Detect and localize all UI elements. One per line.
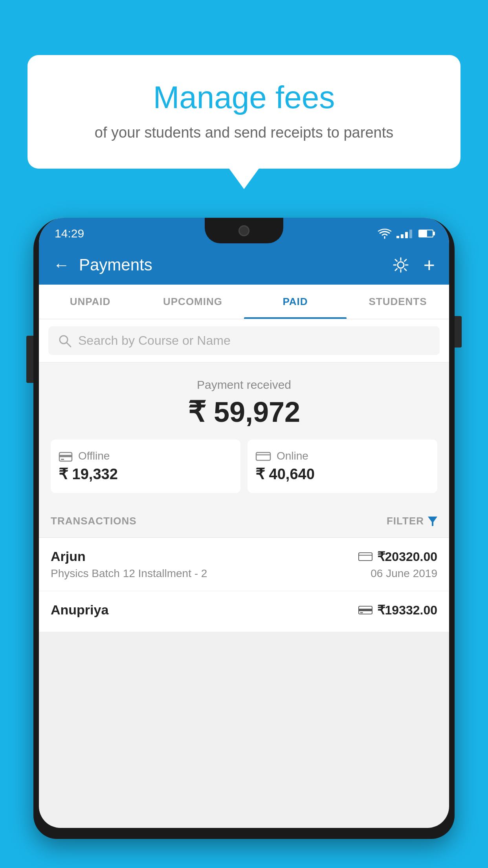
offline-payment-card: Offline ₹ 19,332 <box>51 440 240 493</box>
tabs-container: UNPAID UPCOMING PAID STUDENTS <box>39 285 449 319</box>
student-name: Arjun <box>51 549 86 564</box>
signal-icon <box>396 229 412 238</box>
svg-point-0 <box>398 262 404 268</box>
online-payment-card: Online ₹ 40,640 <box>248 440 437 493</box>
filter-button[interactable]: FILTER <box>387 515 437 527</box>
filter-icon <box>428 517 437 526</box>
payment-cards: Offline ₹ 19,332 Online ₹ <box>51 440 437 493</box>
transactions-label: TRANSACTIONS <box>51 515 137 527</box>
add-button[interactable]: + <box>424 255 435 275</box>
online-payment-icon <box>358 551 372 562</box>
online-label: Online <box>277 450 308 462</box>
transaction-top: Anupriya ₹19332.00 <box>51 602 437 618</box>
svg-marker-8 <box>428 517 437 526</box>
transaction-bottom: Physics Batch 12 Installment - 2 06 June… <box>51 567 437 580</box>
student-name: Anupriya <box>51 602 108 618</box>
transactions-header: TRANSACTIONS FILTER <box>39 505 449 538</box>
payment-received-label: Payment received <box>51 378 437 392</box>
search-icon <box>58 334 72 348</box>
tab-students[interactable]: STUDENTS <box>347 285 449 319</box>
status-icons <box>378 228 433 239</box>
tab-paid[interactable]: PAID <box>244 285 347 319</box>
app-header: ← Payments + <box>39 245 449 285</box>
camera-dot <box>238 225 250 236</box>
search-container: Search by Course or Name <box>39 319 449 362</box>
gear-icon[interactable] <box>392 256 409 274</box>
amount-value: ₹19332.00 <box>377 603 437 618</box>
transaction-date: 06 June 2019 <box>371 567 437 580</box>
table-row[interactable]: Arjun ₹20320.00 Physics Batch 12 Install… <box>39 538 449 591</box>
header-icons: + <box>392 255 435 275</box>
phone-notch <box>205 218 283 243</box>
svg-rect-6 <box>256 452 270 460</box>
svg-rect-9 <box>358 553 372 561</box>
filter-label: FILTER <box>387 515 424 527</box>
phone-device: 14:29 <box>33 212 455 868</box>
bubble-title: Manage fees <box>59 79 429 116</box>
svg-rect-12 <box>358 609 372 611</box>
table-row[interactable]: Anupriya ₹19332.00 <box>39 591 449 632</box>
transaction-amount: ₹20320.00 <box>358 549 437 564</box>
transaction-top: Arjun ₹20320.00 <box>51 549 437 564</box>
battery-icon <box>418 230 433 237</box>
wifi-icon <box>378 228 392 239</box>
tab-unpaid[interactable]: UNPAID <box>39 285 141 319</box>
page-title: Payments <box>79 256 383 274</box>
phone-screen: 14:29 <box>39 218 449 828</box>
online-payment-icon <box>255 450 271 462</box>
payment-summary: Payment received ₹ 59,972 Offline <box>39 362 449 505</box>
course-info: Physics Batch 12 Installment - 2 <box>51 567 207 580</box>
online-card-header: Online <box>255 450 429 462</box>
offline-card-header: Offline <box>59 450 233 462</box>
svg-line-2 <box>67 343 71 347</box>
speech-bubble-container: Manage fees of your students and send re… <box>28 55 460 169</box>
offline-label: Offline <box>78 450 110 462</box>
status-time: 14:29 <box>55 227 84 240</box>
online-amount: ₹ 40,640 <box>255 465 429 483</box>
offline-payment-icon <box>358 605 372 616</box>
speech-bubble: Manage fees of your students and send re… <box>28 55 460 169</box>
phone-outer: 14:29 <box>33 218 455 839</box>
amount-value: ₹20320.00 <box>377 549 437 564</box>
svg-rect-5 <box>61 459 64 460</box>
offline-payment-icon <box>59 450 73 462</box>
search-input[interactable]: Search by Course or Name <box>78 333 231 348</box>
svg-rect-13 <box>360 612 363 613</box>
offline-amount: ₹ 19,332 <box>59 465 233 483</box>
bubble-subtitle: of your students and send receipts to pa… <box>59 124 429 141</box>
tab-upcoming[interactable]: UPCOMING <box>141 285 244 319</box>
back-button[interactable]: ← <box>53 257 70 273</box>
search-bar[interactable]: Search by Course or Name <box>48 326 440 355</box>
svg-rect-4 <box>59 455 72 457</box>
transaction-amount: ₹19332.00 <box>358 603 437 618</box>
payment-total-amount: ₹ 59,972 <box>51 395 437 428</box>
